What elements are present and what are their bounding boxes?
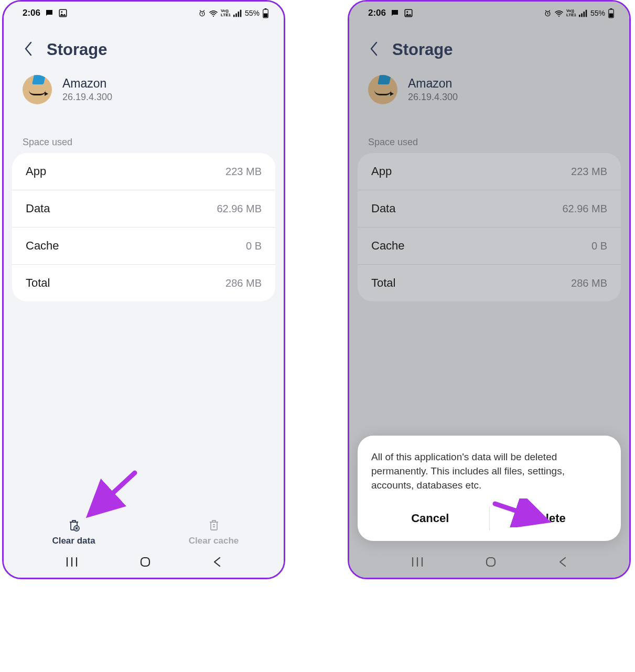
svg-rect-27 [609, 13, 614, 17]
svg-rect-26 [610, 8, 612, 9]
clear-data-button[interactable]: Clear data [4, 517, 144, 546]
svg-rect-21 [579, 15, 580, 17]
row-cache: Cache 0 B [358, 227, 621, 264]
battery-icon [608, 8, 615, 18]
svg-rect-24 [586, 9, 587, 17]
row-app: App 223 MB [12, 153, 275, 190]
annotation-arrow-icon [82, 470, 140, 522]
battery-icon [262, 8, 269, 18]
svg-rect-22 [581, 13, 583, 17]
wifi-icon [554, 9, 564, 17]
row-total: Total 286 MB [12, 264, 275, 301]
storage-card: App 223 MB Data 62.96 MB Cache 0 B Total… [358, 153, 621, 301]
home-button[interactable] [139, 556, 152, 570]
section-label: Space used [4, 110, 284, 153]
amazon-app-icon [368, 75, 397, 104]
status-bar: 2:06 Vo))LTE1 55% [349, 2, 629, 25]
section-label: Space used [349, 110, 629, 153]
svg-point-3 [213, 15, 214, 16]
svg-rect-5 [235, 13, 237, 17]
alarm-icon [544, 9, 552, 17]
svg-rect-9 [265, 8, 267, 9]
svg-point-1 [61, 11, 62, 13]
chat-icon [390, 8, 400, 18]
cancel-button[interactable]: Cancel [371, 506, 489, 530]
nav-back-button[interactable] [558, 556, 567, 570]
back-button[interactable] [369, 41, 379, 59]
wifi-icon [209, 9, 218, 17]
status-bar: 2:06 Vo))LTE1 55% [4, 2, 284, 25]
svg-rect-32 [487, 558, 495, 566]
row-data: Data 62.96 MB [358, 190, 621, 227]
row-cache: Cache 0 B [12, 227, 275, 264]
svg-rect-10 [264, 13, 268, 17]
app-name: Amazon [62, 77, 112, 91]
storage-card: App 223 MB Data 62.96 MB Cache 0 B Total… [12, 153, 275, 301]
signal-icon [233, 9, 242, 17]
status-time: 2:06 [23, 8, 40, 18]
svg-rect-7 [240, 9, 242, 17]
amazon-app-icon [23, 75, 52, 104]
row-data: Data 62.96 MB [12, 190, 275, 227]
recents-button[interactable] [411, 557, 424, 569]
page-title: Storage [47, 40, 107, 59]
chat-icon [45, 8, 54, 18]
dialog-message: All of this application's data will be d… [371, 450, 607, 493]
image-icon [58, 8, 68, 18]
svg-rect-16 [141, 558, 149, 566]
app-name: Amazon [408, 77, 458, 91]
confirm-delete-dialog: All of this application's data will be d… [358, 436, 621, 541]
app-version: 26.19.4.300 [408, 92, 458, 103]
battery-pct: 55% [590, 9, 605, 17]
page-title: Storage [392, 40, 453, 59]
recents-button[interactable] [66, 557, 78, 569]
home-button[interactable] [485, 556, 497, 570]
clear-cache-button: Clear cache [144, 517, 284, 546]
trash-plus-icon [206, 517, 222, 533]
nav-bar [4, 548, 284, 578]
svg-rect-6 [238, 12, 239, 17]
volte-icon: Vo))LTE1 [566, 9, 576, 17]
alarm-icon [198, 9, 206, 17]
app-version: 26.19.4.300 [62, 92, 112, 103]
nav-bar [349, 548, 629, 578]
app-row: Amazon 26.19.4.300 [4, 70, 284, 110]
svg-line-12 [93, 473, 135, 512]
back-button[interactable] [24, 41, 33, 59]
nav-back-button[interactable] [212, 556, 222, 570]
trash-icon [66, 517, 82, 533]
signal-icon [579, 9, 588, 17]
delete-button[interactable]: Delete [489, 506, 608, 530]
status-time: 2:06 [368, 8, 386, 18]
svg-point-18 [406, 11, 408, 13]
battery-pct: 55% [245, 9, 260, 17]
svg-rect-4 [233, 15, 235, 17]
row-total: Total 286 MB [358, 264, 621, 301]
image-icon [404, 8, 413, 18]
svg-point-20 [558, 15, 559, 16]
volte-icon: Vo))LTE1 [221, 9, 231, 17]
row-app: App 223 MB [358, 153, 621, 190]
app-row: Amazon 26.19.4.300 [349, 70, 629, 110]
svg-rect-23 [583, 12, 585, 17]
